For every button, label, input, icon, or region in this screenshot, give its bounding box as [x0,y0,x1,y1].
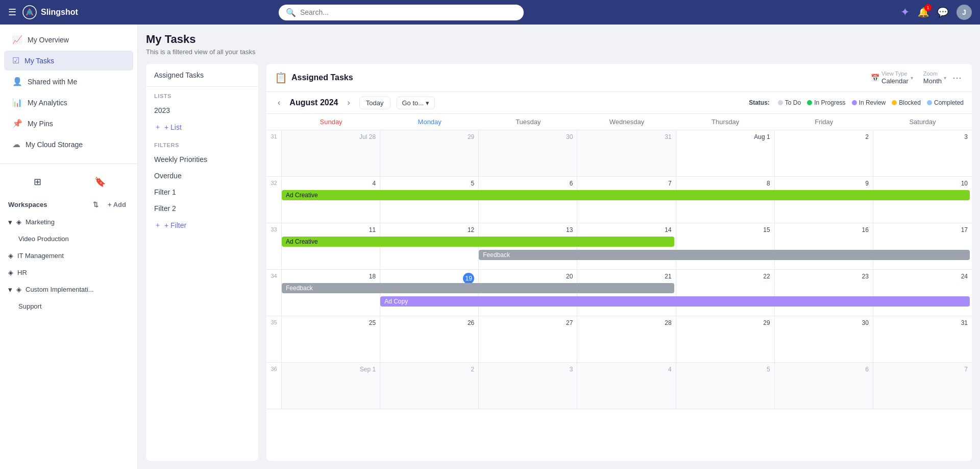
day-number: Sep 1 [284,365,378,374]
day-number: 7 [579,179,673,188]
calendar-week-31: 31Jul 28293031Aug 123 [266,130,972,177]
workspace-item-custom-implementation[interactable]: ▾ ◈ Custom Implementati... ⋯ [0,281,137,298]
week-number: 36 [266,363,282,409]
calendar-day[interactable]: 15 [676,223,775,269]
status-in-review: In Review [852,99,886,106]
calendar-grid: Sunday Monday Tuesday Wednesday Thursday… [266,114,972,461]
calendar-day[interactable]: 16 [775,223,873,269]
filter-item-filter-2[interactable]: Filter 2 ⋯ [146,200,258,217]
calendar-day[interactable]: 25 [282,316,380,362]
calendar-day[interactable]: 31 [873,316,972,362]
day-number: 6 [777,365,871,374]
day-number: 20 [481,272,575,281]
sidebar-item-my-cloud-storage[interactable]: ☁ My Cloud Storage [4,134,133,154]
calendar-day[interactable]: 5 [676,363,775,409]
lists-section-label: LISTS [146,87,258,102]
view-type-control[interactable]: 📅 View Type Calendar ▾ [871,71,913,85]
calendar-day[interactable]: 23 [775,270,873,316]
add-workspace-btn[interactable]: + Add [105,200,129,209]
day-number: 6 [481,179,575,188]
day-number: 29 [678,318,772,327]
calendar-more-options[interactable]: ⋯ [950,70,964,85]
calendar-day[interactable]: Aug 1 [676,130,775,176]
layers-tab[interactable]: ⊞ [8,172,67,192]
search-input[interactable] [300,8,517,16]
day-number: 14 [579,225,673,235]
calendar-day[interactable]: 22 [676,270,775,316]
calendar-day[interactable]: 29 [380,130,479,176]
sidebar-divider [0,163,137,164]
calendar-day[interactable]: 6 [775,363,873,409]
app-logo[interactable]: Slingshot [22,5,78,19]
calendar-week-34: 3418192021222324FeedbackAd Copy [266,270,972,316]
calendar-day[interactable]: 27 [479,316,577,362]
bookmark-tab[interactable]: 🔖 [71,172,130,192]
blocked-dot [892,100,897,105]
sidebar-item-my-overview[interactable]: 📈 My Overview [4,30,133,50]
day-number: 9 [777,179,871,188]
calendar-day[interactable]: 30 [775,316,873,362]
sidebar-item-shared-with-me[interactable]: 👤 Shared with Me [4,72,133,91]
goto-dropdown-arrow: ▾ [426,99,429,107]
list-item-2023[interactable]: 2023 ⋯ [146,102,258,119]
assigned-tasks-button[interactable]: Assigned Tasks [146,64,258,87]
zoom-control[interactable]: Zoom Month ▾ [923,71,946,85]
calendar-day[interactable]: 3 [479,363,577,409]
messages-icon[interactable]: 💬 [937,7,948,18]
next-month-btn[interactable]: › [344,96,353,109]
sidebar: 📈 My Overview ☑ My Tasks 👤 Shared with M… [0,25,138,469]
calendar-day[interactable]: Jul 28 [282,130,380,176]
day-number: 21 [579,272,673,281]
task-bar[interactable]: Feedback [282,283,674,293]
prev-month-btn[interactable]: ‹ [275,96,283,109]
sidebar-item-my-pins[interactable]: 📌 My Pins [4,113,133,133]
add-filter-btn[interactable]: ＋ + Filter [146,217,258,234]
in-progress-dot [807,100,812,105]
hamburger-icon[interactable]: ☰ [8,7,16,18]
calendar-day[interactable]: 28 [577,316,676,362]
calendar-day[interactable]: 3 [873,130,972,176]
avatar[interactable]: J [957,5,972,20]
day-number: Jul 28 [284,132,378,142]
task-bar[interactable]: Ad Copy [380,296,970,307]
pins-icon: 📌 [12,119,22,128]
status-in-progress: In Progress [807,99,845,106]
calendar-day[interactable]: 2 [775,130,873,176]
today-button[interactable]: Today [359,97,390,109]
calendar-day[interactable]: 24 [873,270,972,316]
calendar-day[interactable]: 30 [479,130,577,176]
status-completed: Completed [927,99,964,106]
calendar-day[interactable]: 7 [873,363,972,409]
task-bar[interactable]: Feedback [479,250,970,260]
ai-sparkle-icon[interactable]: ✦ [900,6,910,19]
calendar-day[interactable]: 2 [380,363,479,409]
workspace-item-marketing[interactable]: ▾ ◈ Marketing ⋯ [0,214,137,230]
status-todo: To Do [778,99,801,106]
sidebar-item-my-tasks[interactable]: ☑ My Tasks [4,51,133,71]
task-bar[interactable]: Ad Creative [282,237,674,247]
calendar-day[interactable]: 31 [577,130,676,176]
calendar-day[interactable]: 26 [380,316,479,362]
calendar-day[interactable]: Sep 1 [282,363,380,409]
calendar-week-32: 3245678910Ad Creative [266,177,972,223]
workspace-item-video-production[interactable]: Video Production ⋯ [0,230,137,247]
calendar-day[interactable]: 17 [873,223,972,269]
workspace-item-hr[interactable]: ◈ HR ⋯ [0,264,137,281]
workspace-item-support[interactable]: Support ⋯ [0,298,137,315]
workspace-item-it-management[interactable]: ◈ IT Management ⋯ [0,247,137,264]
add-list-btn[interactable]: ＋ + List [146,119,258,136]
goto-button[interactable]: Go to... ▾ [397,97,435,109]
filter-item-weekly-priorities[interactable]: Weekly Priorities [146,151,258,168]
sidebar-item-my-analytics[interactable]: 📊 My Analytics [4,92,133,112]
filter-item-overdue[interactable]: Overdue [146,168,258,184]
filters-section-label: FILTERS [146,136,258,151]
day-number: 28 [579,318,673,327]
filter-item-filter-1[interactable]: Filter 1 ⋯ [146,184,258,200]
calendar-day[interactable]: 29 [676,316,775,362]
notifications-icon[interactable]: 🔔 1 [918,7,929,18]
sort-workspaces-btn[interactable]: ⇅ [90,200,102,209]
task-bar[interactable]: Ad Creative [282,190,970,200]
calendar-day[interactable]: 4 [577,363,676,409]
day-number: 16 [777,225,871,235]
page-header: My Tasks This is a filtered view of all … [146,33,972,56]
